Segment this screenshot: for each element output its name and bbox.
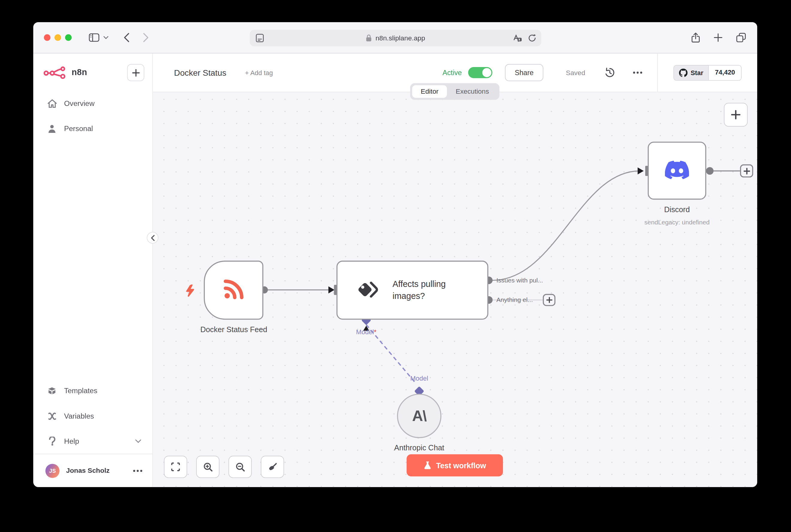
chevron-down-icon: [135, 439, 141, 443]
sidebar: n8n Overview: [33, 54, 153, 487]
add-node-after-discord-button[interactable]: [740, 164, 753, 177]
collapse-sidebar-button[interactable]: [147, 232, 159, 244]
workflow-more-icon[interactable]: [633, 72, 642, 74]
tab-editor[interactable]: Editor: [412, 85, 447, 98]
n8n-logo-icon: [43, 66, 67, 79]
back-icon[interactable]: [124, 33, 130, 42]
user-menu[interactable]: JS Jonas Scholz: [33, 454, 152, 487]
active-toggle[interactable]: [468, 67, 493, 78]
node-title: Affects pulling images?: [392, 278, 473, 302]
github-star-button[interactable]: Star 74,420: [673, 65, 741, 80]
box-icon: [47, 386, 57, 395]
avatar: JS: [45, 463, 59, 477]
star-count: 74,420: [709, 65, 741, 80]
sidebar-item-personal[interactable]: Personal: [33, 116, 152, 141]
discord-icon: [665, 158, 689, 184]
reload-icon[interactable]: [528, 34, 536, 42]
output-label-anything-else: Anything el...: [496, 297, 533, 304]
user-more-icon[interactable]: [133, 470, 142, 472]
active-label: Active: [442, 69, 462, 77]
tab-executions[interactable]: Executions: [447, 85, 498, 98]
tags-icon: [356, 279, 379, 301]
workflow-canvas[interactable]: Docker Status Feed Affects pulling image…: [153, 92, 757, 487]
fit-view-button[interactable]: [164, 456, 187, 478]
person-icon: [47, 124, 57, 133]
history-icon[interactable]: [605, 68, 615, 78]
node-label-discord: Discord: [627, 205, 728, 214]
close-window-button[interactable]: [44, 34, 51, 41]
add-tag-button[interactable]: + Add tag: [245, 69, 273, 76]
chevron-down-icon[interactable]: [103, 36, 108, 39]
model-link-label: Model: [399, 375, 440, 382]
node-anthropic-chat-model[interactable]: A\: [397, 394, 441, 438]
tab-overview-icon[interactable]: [736, 33, 746, 42]
tidy-up-button[interactable]: [261, 456, 284, 478]
lock-icon: [366, 34, 372, 42]
canvas-controls: [164, 456, 284, 478]
github-icon: [679, 68, 688, 77]
zoom-in-button[interactable]: [196, 456, 219, 478]
question-icon: [47, 437, 57, 445]
url-text: n8n.sliplane.app: [375, 34, 425, 42]
flask-icon: [424, 461, 431, 470]
share-page-icon[interactable]: [691, 32, 700, 43]
add-workflow-button[interactable]: [127, 64, 144, 81]
screen: n8n.sliplane.app: [0, 0, 791, 532]
sidebar-item-label: Personal: [64, 125, 93, 133]
sidebar-item-label: Variables: [64, 412, 94, 420]
browser-window: n8n.sliplane.app: [33, 22, 757, 487]
node-discord[interactable]: [648, 141, 706, 200]
sidebar-item-label: Help: [64, 437, 79, 445]
sidebar-item-overview[interactable]: Overview: [33, 91, 152, 116]
variable-x-icon: [47, 412, 57, 419]
model-port-label: Model*: [346, 328, 387, 336]
anthropic-logo: A\: [412, 407, 426, 424]
reader-view-icon[interactable]: [256, 34, 264, 42]
minimize-window-button[interactable]: [55, 34, 61, 41]
forward-icon[interactable]: [143, 33, 149, 42]
star-label: Star: [691, 69, 703, 76]
logo-text: n8n: [72, 68, 87, 78]
sidebar-item-label: Overview: [64, 99, 95, 108]
trigger-bolt-icon: [185, 284, 196, 300]
address-bar[interactable]: n8n.sliplane.app: [250, 30, 541, 46]
window-controls: [44, 34, 72, 41]
add-node-button[interactable]: [724, 103, 748, 127]
maximize-window-button[interactable]: [65, 34, 72, 41]
test-workflow-button[interactable]: Test workflow: [407, 454, 503, 476]
share-button[interactable]: Share: [505, 64, 543, 81]
view-tabs: Editor Executions: [410, 83, 500, 100]
node-docker-status-feed[interactable]: [204, 261, 263, 320]
sidebar-item-help[interactable]: Help: [33, 429, 152, 454]
user-name: Jonas Scholz: [66, 467, 110, 474]
add-node-from-output-button[interactable]: [543, 294, 555, 306]
main-area: Docker Status + Add tag Active Share Sav…: [153, 54, 757, 487]
translate-icon[interactable]: [513, 34, 522, 42]
sidebar-item-label: Templates: [64, 386, 97, 395]
output-label-issues: Issues with pul...: [496, 277, 543, 284]
browser-toolbar: n8n.sliplane.app: [33, 22, 757, 53]
home-icon: [47, 99, 57, 108]
new-tab-icon[interactable]: [714, 33, 722, 42]
rss-icon: [222, 278, 245, 303]
node-sublabel-discord: sendLegacy: undefined: [627, 219, 728, 226]
node-affects-pulling-images[interactable]: Affects pulling images?: [336, 261, 488, 320]
n8n-app: n8n Overview: [33, 54, 757, 487]
zoom-out-button[interactable]: [228, 456, 252, 478]
sidebar-item-templates[interactable]: Templates: [33, 378, 152, 403]
sidebar-item-variables[interactable]: Variables: [33, 403, 152, 429]
workflow-title[interactable]: Docker Status: [174, 68, 226, 77]
node-label-docker-status-feed: Docker Status Feed: [181, 325, 287, 334]
saved-status: Saved: [566, 69, 585, 76]
browser-sidebar-toggle-icon[interactable]: [89, 33, 99, 42]
